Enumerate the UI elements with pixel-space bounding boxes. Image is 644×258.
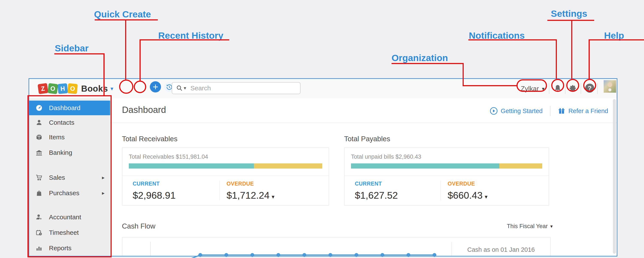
receivables-card: Total Receivables $151,981.04 CURRENT $2…	[122, 148, 329, 206]
card-divider	[122, 175, 329, 176]
overdue-label: OVERDUE	[448, 181, 488, 187]
annotation-line	[140, 39, 229, 40]
navbar-separator	[581, 83, 581, 94]
main-content: Dashboard Getting Started Refer a Friend…	[110, 98, 617, 256]
chart-data-point[interactable]	[250, 253, 254, 257]
annotation-line	[548, 20, 594, 21]
cashflow-line-chart	[122, 237, 451, 258]
navbar-separator	[565, 83, 566, 94]
payables-current-segment	[351, 163, 499, 169]
cashflow-heading: Cash Flow	[122, 222, 156, 230]
plus-icon: +	[153, 82, 158, 92]
annotation-line	[462, 85, 517, 86]
annotation-quick-create-label: Quick Create	[94, 9, 151, 20]
annotation-line	[588, 39, 590, 79]
chart-data-point[interactable]	[380, 253, 384, 257]
current-value: $1,627.52	[355, 190, 398, 201]
chart-data-point[interactable]	[354, 253, 358, 257]
current-value: $2,968.91	[133, 190, 176, 201]
page-header: Dashboard Getting Started Refer a Friend	[110, 98, 617, 123]
navbar-separator	[597, 83, 598, 94]
period-filter-label: This Fiscal Year	[507, 223, 548, 230]
gift-icon	[558, 107, 566, 115]
annotation-line	[588, 39, 644, 40]
page-title: Dashboard	[122, 105, 166, 115]
chart-data-point[interactable]	[406, 253, 410, 257]
logo-caret-icon[interactable]: ▾	[110, 85, 113, 92]
overdue-value[interactable]: $1,712.24▾	[226, 190, 274, 201]
annotation-line	[104, 53, 104, 96]
card-divider	[344, 175, 549, 176]
receivables-current-segment	[129, 163, 254, 169]
payables-heading: Total Payables	[344, 135, 390, 143]
chevron-down-icon: ▾	[550, 224, 553, 229]
annotation-ring-quick-create	[119, 80, 133, 94]
receivables-heading: Total Receivables	[122, 135, 178, 143]
app-window: Z O H O Books ▾ +	[28, 78, 618, 256]
overdue-value[interactable]: $660.43▾	[448, 190, 488, 201]
chart-data-point[interactable]	[302, 253, 306, 257]
annotation-sidebar-box	[28, 95, 112, 257]
annotation-line	[462, 63, 464, 86]
getting-started-link[interactable]: Getting Started	[501, 107, 543, 114]
current-label: CURRENT	[355, 181, 398, 187]
annotation-line	[95, 19, 158, 21]
annotation-oval-organization	[516, 79, 547, 92]
chart-data-point[interactable]	[224, 253, 228, 257]
receivables-progress-bar	[129, 163, 322, 169]
payables-card: Total unpaid bills $2,960.43 CURRENT $1,…	[344, 148, 549, 206]
annotation-line	[392, 63, 464, 64]
zoho-books-logo[interactable]: Z O H O Books ▾	[38, 83, 113, 94]
scrollbar[interactable]	[613, 99, 616, 254]
logo-letter-o2: O	[68, 83, 78, 94]
global-search[interactable]: ▾ Search	[172, 82, 300, 94]
chart-data-point[interactable]	[328, 253, 332, 257]
receivables-current: CURRENT $2,968.91	[133, 181, 176, 201]
receivables-overdue: OVERDUE $1,712.24▾	[226, 181, 274, 201]
cashflow-card: Cash as on 01 Jan 2016	[122, 237, 550, 256]
play-circle-icon	[490, 107, 498, 115]
payables-summary: Total unpaid bills $2,960.43	[351, 154, 421, 160]
search-icon	[176, 85, 183, 92]
annotation-organization-label: Organization	[392, 53, 448, 63]
annotation-ring-settings	[566, 79, 579, 92]
annotation-line	[556, 39, 557, 79]
annotation-settings-label: Settings	[551, 8, 587, 19]
cashflow-period-filter[interactable]: This Fiscal Year ▾	[507, 223, 553, 230]
card-vertical-divider	[440, 181, 441, 200]
annotation-line	[125, 19, 126, 80]
receivables-summary: Total Receivables $151,981.04	[129, 154, 208, 160]
quick-create-button[interactable]: +	[150, 81, 161, 92]
annotation-line	[140, 39, 140, 81]
logo-letter-h: H	[58, 83, 68, 94]
overdue-label: OVERDUE	[226, 181, 274, 187]
chevron-down-icon[interactable]: ▾	[272, 193, 274, 200]
annotation-line	[571, 20, 572, 79]
chart-data-point[interactable]	[198, 253, 202, 257]
chart-data-point[interactable]	[276, 253, 280, 257]
chevron-down-icon[interactable]: ▾	[485, 193, 488, 200]
current-label: CURRENT	[133, 181, 176, 187]
user-avatar[interactable]	[604, 80, 616, 93]
annotation-sidebar-label: Sidebar	[55, 43, 89, 54]
header-actions: Getting Started Refer a Friend	[490, 106, 608, 116]
annotation-line	[54, 53, 104, 54]
logo-letter-o1: O	[48, 83, 58, 94]
annotation-ring-help	[583, 79, 596, 92]
card-vertical-divider	[220, 181, 220, 200]
chart-data-point[interactable]	[432, 253, 436, 257]
payables-progress-bar	[351, 163, 542, 169]
search-scope-caret-icon[interactable]: ▾	[184, 85, 186, 91]
search-input[interactable]: Search	[190, 84, 211, 92]
annotation-ring-recent-history	[134, 81, 146, 93]
refer-friend-link[interactable]: Refer a Friend	[568, 107, 608, 114]
payables-current: CURRENT $1,627.52	[355, 181, 398, 201]
actions-divider	[550, 106, 550, 116]
annotation-line	[468, 39, 557, 40]
payables-overdue: OVERDUE $660.43▾	[448, 181, 488, 201]
annotation-ring-notifications	[551, 79, 564, 92]
cash-as-on-note: Cash as on 01 Jan 2016	[452, 246, 550, 253]
logo-letter-z: Z	[38, 83, 48, 94]
navbar-separator	[549, 83, 549, 94]
